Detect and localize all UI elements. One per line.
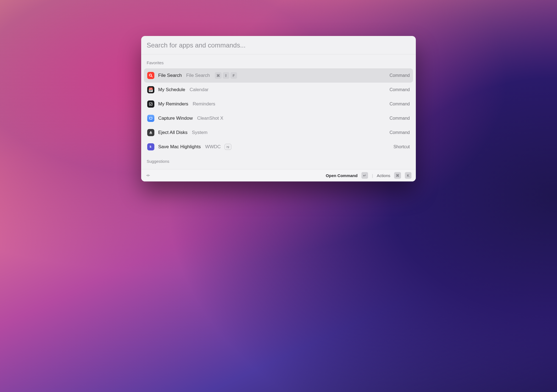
section-suggestions-label: Suggestions: [144, 154, 413, 167]
key-shift-icon: ⇧: [223, 72, 229, 79]
eject-icon: [147, 129, 154, 136]
svg-line-1: [151, 76, 152, 77]
footer-bar: Open Command ↵ | Actions ⌘ K: [141, 169, 416, 181]
key-command-icon: ⌘: [394, 172, 401, 179]
raycast-logo-icon: [146, 173, 151, 178]
favorites-item-save-mac-highlights[interactable]: Save Mac Highlights WWDC hl Shortcut: [144, 140, 413, 154]
svg-rect-3: [149, 117, 152, 119]
item-title: My Reminders: [158, 101, 188, 107]
svg-rect-2: [149, 103, 152, 106]
item-type: Command: [389, 87, 410, 92]
key-letter: K: [405, 172, 411, 179]
favorites-item-my-schedule[interactable]: FEB 07 My Schedule Calendar Command: [144, 83, 413, 97]
item-type: Command: [389, 102, 410, 107]
item-title: Capture Window: [158, 116, 193, 121]
item-title: My Schedule: [158, 87, 185, 93]
key-command-icon: ⌘: [215, 72, 222, 79]
item-type: Command: [389, 130, 410, 135]
shortcuts-icon: [147, 143, 154, 150]
search-row: [141, 36, 416, 54]
item-subtitle: File Search: [186, 73, 210, 78]
item-subtitle: Calendar: [190, 87, 208, 93]
item-title: Eject All Disks: [158, 130, 188, 135]
favorites-item-my-reminders[interactable]: My Reminders Reminders Command: [144, 97, 413, 111]
item-shortcut: ⌘ ⇧ F: [215, 72, 237, 79]
item-subtitle: CleanShot X: [197, 116, 223, 121]
item-subtitle: System: [192, 130, 208, 135]
item-type: Shortcut: [393, 144, 410, 149]
item-title: Save Mac Highlights: [158, 144, 201, 150]
results-list: Favorites File Search File Search ⌘ ⇧ F …: [141, 54, 416, 169]
open-command-button[interactable]: Open Command: [326, 173, 358, 178]
svg-rect-4: [149, 133, 152, 134]
favorites-item-capture-window[interactable]: Capture Window CleanShot X Command: [144, 111, 413, 125]
item-type: Command: [389, 116, 410, 121]
key-letter: F: [230, 72, 237, 79]
actions-button[interactable]: Actions: [377, 173, 390, 178]
command-palette-window: Favorites File Search File Search ⌘ ⇧ F …: [141, 36, 416, 181]
item-title: File Search: [158, 73, 182, 78]
search-icon: [147, 72, 154, 79]
search-input[interactable]: [147, 41, 410, 49]
item-subtitle: Reminders: [193, 101, 215, 107]
favorites-item-file-search[interactable]: File Search File Search ⌘ ⇧ F Command: [144, 68, 413, 83]
capture-window-icon: [147, 115, 154, 122]
favorites-item-eject-all-disks[interactable]: Eject All Disks System Command: [144, 125, 413, 140]
reminders-icon: [147, 100, 154, 108]
item-subtitle: WWDC: [205, 144, 221, 150]
key-return-icon: ↵: [361, 172, 368, 179]
section-favorites-label: Favorites: [144, 58, 413, 68]
item-type: Command: [389, 73, 410, 78]
calendar-icon: FEB 07: [147, 86, 154, 93]
highlights-badge: hl: [225, 144, 231, 150]
footer-divider: |: [372, 173, 373, 178]
